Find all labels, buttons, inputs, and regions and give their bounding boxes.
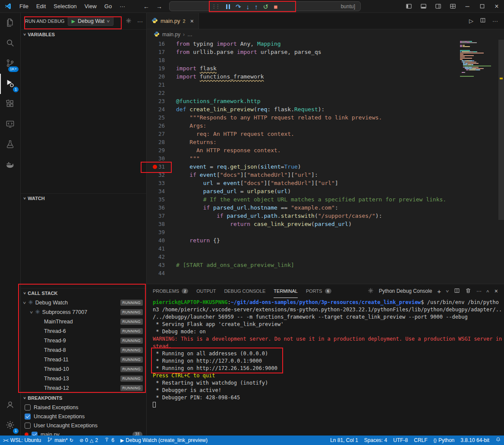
line-number[interactable]: 25 bbox=[147, 113, 176, 122]
split-editor-icon[interactable] bbox=[480, 17, 486, 25]
line-number[interactable]: 30 bbox=[147, 154, 176, 163]
line-number[interactable]: 28 bbox=[147, 138, 176, 146]
debug-step-over-button[interactable]: ↷ bbox=[236, 3, 241, 10]
status-language[interactable]: {}Python bbox=[431, 436, 458, 445]
panel-more-actions-button[interactable]: ··· bbox=[476, 288, 482, 294]
panel-tab-terminal[interactable]: TERMINAL bbox=[274, 284, 298, 298]
activity-docker[interactable] bbox=[0, 155, 20, 175]
call-stack-item[interactable]: Thread-6RUNNING bbox=[21, 326, 146, 336]
menu-item-1[interactable]: Edit bbox=[32, 3, 50, 9]
panel-tab-problems[interactable]: PROBLEMS2 bbox=[153, 284, 188, 298]
breakpoints-section-header[interactable]: >BREAKPOINTS bbox=[21, 393, 146, 403]
layout-panel-toggle-icon[interactable] bbox=[416, 0, 431, 13]
status-problems[interactable]: ⊘0△2 bbox=[76, 436, 101, 445]
panel-tab-debug-console[interactable]: DEBUG CONSOLE bbox=[224, 284, 265, 298]
terminal-dropdown-chevron-icon[interactable]: > bbox=[445, 290, 450, 292]
call-stack-item[interactable]: >Subprocess 77007RUNNING bbox=[21, 307, 146, 317]
status-branch[interactable]: main*↻ bbox=[44, 436, 76, 445]
sidebar-more-actions-button[interactable]: ··· bbox=[137, 18, 143, 25]
line-number[interactable]: 27 bbox=[147, 130, 176, 138]
terminal-instance-label[interactable]: Python Debug Console bbox=[379, 288, 432, 294]
line-number[interactable]: 38 bbox=[147, 220, 176, 228]
activity-explorer[interactable] bbox=[0, 13, 20, 33]
line-number[interactable]: 35 bbox=[147, 195, 176, 204]
status-notifications[interactable] bbox=[492, 436, 504, 445]
line-number[interactable]: 31 bbox=[147, 163, 176, 171]
kill-terminal-icon[interactable] bbox=[465, 288, 471, 295]
line-number[interactable]: 26 bbox=[147, 122, 176, 130]
window-maximize-button[interactable] bbox=[475, 0, 489, 13]
line-number[interactable]: 20 bbox=[147, 72, 176, 81]
call-stack-item[interactable]: Thread-13RUNNING bbox=[21, 374, 146, 383]
editor-scrollbar[interactable] bbox=[498, 40, 504, 220]
status-eol[interactable]: CRLF bbox=[411, 436, 430, 445]
line-number[interactable]: 17 bbox=[147, 48, 176, 56]
line-number[interactable]: 32 bbox=[147, 171, 176, 179]
layout-customize-icon[interactable] bbox=[445, 0, 460, 13]
line-number[interactable]: 37 bbox=[147, 212, 176, 220]
call-stack-item[interactable]: Thread-11RUNNING bbox=[21, 355, 146, 364]
line-number[interactable]: 23 bbox=[147, 97, 176, 105]
window-minimize-button[interactable]: ─ bbox=[460, 0, 475, 13]
activity-remote-explorer[interactable] bbox=[0, 114, 20, 135]
call-stack-item[interactable]: MainThreadRUNNING bbox=[21, 317, 146, 326]
debug-config-dropdown[interactable]: ▶ Debug Wat > bbox=[68, 16, 113, 26]
tab-close-icon[interactable]: × bbox=[190, 18, 194, 25]
line-number[interactable]: 42 bbox=[147, 253, 176, 261]
panel-maximize-chevron-icon[interactable]: > bbox=[485, 290, 490, 292]
breakpoint-item[interactable]: Raised Exceptions bbox=[21, 403, 146, 412]
code-editor[interactable]: 16from typing import Any, Mapping17from … bbox=[147, 40, 504, 284]
status-remote[interactable]: ><WSL: Ubuntu bbox=[0, 436, 44, 445]
breadcrumb[interactable]: main.py › … bbox=[147, 29, 504, 40]
line-number[interactable]: 40 bbox=[147, 236, 176, 244]
drag-handle-icon[interactable]: ⋮⋮ bbox=[211, 3, 219, 9]
status-encoding[interactable]: UTF-8 bbox=[390, 436, 411, 445]
variables-section-header[interactable]: >VARIABLES bbox=[21, 30, 146, 39]
line-number[interactable]: 36 bbox=[147, 204, 176, 212]
layout-secondary-sidebar-toggle-icon[interactable] bbox=[431, 0, 445, 13]
terminal[interactable]: pierrick@LAPTOP-HKU5PNNG:~/git/add-ons-s… bbox=[147, 298, 504, 436]
line-number[interactable]: 34 bbox=[147, 187, 176, 195]
activity-accounts[interactable] bbox=[0, 395, 20, 415]
watch-section-header[interactable]: >WATCH bbox=[21, 194, 146, 203]
breadcrumb-symbol[interactable]: … bbox=[187, 31, 192, 38]
line-number[interactable]: 41 bbox=[147, 244, 176, 253]
run-python-file-button[interactable]: ▷ bbox=[469, 18, 473, 24]
line-number[interactable]: 19 bbox=[147, 64, 176, 72]
status-indentation[interactable]: Spaces: 4 bbox=[361, 436, 390, 445]
status-ports[interactable]: 6 bbox=[101, 436, 117, 445]
breakpoint-checkbox[interactable] bbox=[32, 432, 38, 436]
debug-stop-button[interactable]: ■ bbox=[274, 3, 277, 10]
breakpoint-item[interactable]: User Uncaught Exceptions bbox=[21, 421, 146, 430]
breakpoint-checkbox[interactable] bbox=[25, 423, 31, 429]
debug-step-into-button[interactable]: ↓ bbox=[246, 3, 250, 10]
debug-step-out-button[interactable]: ↑ bbox=[255, 3, 258, 10]
minimap[interactable] bbox=[460, 41, 498, 78]
activity-run-and-debug[interactable]: 1 bbox=[0, 74, 20, 94]
call-stack-item[interactable]: Thread-8RUNNING bbox=[21, 345, 146, 355]
line-number[interactable]: 21 bbox=[147, 81, 176, 89]
call-stack-section-header[interactable]: >CALL STACK bbox=[21, 288, 146, 298]
line-number[interactable]: 29 bbox=[147, 146, 176, 154]
debug-gear-icon[interactable] bbox=[126, 18, 132, 25]
activity-source-control[interactable]: 1K+ bbox=[0, 53, 20, 74]
debug-restart-button[interactable]: ↺ bbox=[263, 3, 269, 10]
activity-extensions[interactable] bbox=[0, 94, 20, 114]
call-stack-item[interactable]: >Debug WatchRUNNING bbox=[21, 298, 146, 307]
panel-tab-output[interactable]: OUTPUT bbox=[196, 284, 216, 298]
call-stack-item[interactable]: Thread-10RUNNING bbox=[21, 364, 146, 374]
new-terminal-button[interactable]: + bbox=[437, 288, 441, 295]
status-cursor-position[interactable]: Ln 81, Col 1 bbox=[327, 436, 361, 445]
breakpoint-item[interactable]: main.py31 bbox=[21, 430, 146, 436]
status-interpreter[interactable]: 3.8.10 64-bit bbox=[457, 436, 492, 445]
line-number[interactable]: 43 bbox=[147, 261, 176, 269]
tab-main-py[interactable]: main.py 2 × bbox=[147, 13, 199, 29]
line-number[interactable]: 22 bbox=[147, 89, 176, 97]
call-stack-item[interactable]: Thread-9RUNNING bbox=[21, 336, 146, 345]
activity-search[interactable] bbox=[0, 33, 20, 53]
editor-more-actions-button[interactable]: ··· bbox=[492, 18, 498, 24]
split-terminal-icon[interactable] bbox=[454, 288, 460, 295]
debug-pause-button[interactable] bbox=[225, 4, 230, 9]
menu-item-3[interactable]: View bbox=[81, 3, 101, 9]
breakpoint-checkbox[interactable] bbox=[25, 414, 31, 420]
